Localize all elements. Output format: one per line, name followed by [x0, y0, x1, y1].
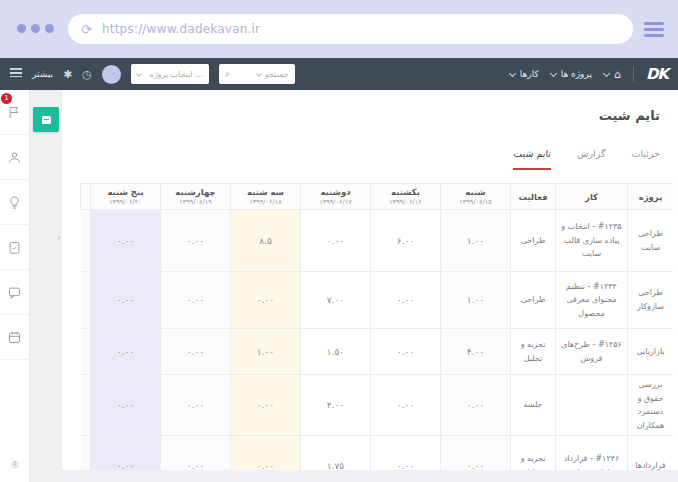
- sidebar-item-tasks[interactable]: [0, 225, 29, 270]
- cell-thu-row4[interactable]: ۰.۰۰: [91, 436, 161, 470]
- tab-2[interactable]: تایم شیت: [513, 148, 551, 170]
- spacer-cell: [81, 210, 91, 272]
- nav-home[interactable]: ⌂: [604, 69, 621, 80]
- col-header-date: ۱۳۹۹/۰۶/۱۵: [443, 198, 508, 206]
- cell-sat-row2[interactable]: ۴.۰۰: [441, 329, 511, 375]
- cell-tue-row1[interactable]: ۰.۰۰: [231, 272, 301, 329]
- project-cell: بازاریابی: [628, 329, 674, 375]
- nav-tasks[interactable]: کارها: [510, 69, 539, 79]
- activity-cell: جلسه: [511, 375, 556, 436]
- col-header-task: کار: [556, 184, 628, 210]
- cell-thu-row3[interactable]: ۰.۰۰: [91, 375, 161, 436]
- col-header-tue: سه شنبه۱۳۹۹/۰۶/۱۸: [231, 184, 301, 210]
- content-card: تایم شیت جزئیاتگزارشتایم شیت پروژهکارفعا…: [62, 90, 678, 470]
- browser-menu-icon[interactable]: [644, 22, 664, 40]
- sidebar-item-messages[interactable]: [0, 270, 29, 315]
- cell-mon-row1[interactable]: ۷.۰۰: [301, 272, 371, 329]
- collapse-arrow-icon[interactable]: ›: [57, 232, 61, 243]
- chevron-down-icon: [603, 69, 610, 76]
- task-cell: #۱۲۴۶ - قرارداد طراحی سازه: [556, 436, 628, 470]
- cell-sun-row3[interactable]: ۰.۰۰: [371, 375, 441, 436]
- calendar-icon: [7, 330, 22, 345]
- window-dot[interactable]: [31, 24, 40, 33]
- avatar[interactable]: [102, 65, 121, 84]
- address-bar[interactable]: ⟳ https://www.dadekavan.ir: [68, 14, 633, 44]
- chat-icon: [7, 285, 22, 300]
- url-text[interactable]: https://www.dadekavan.ir: [102, 22, 260, 36]
- chevron-down-icon: [136, 71, 142, 77]
- flag-icon: [7, 105, 22, 120]
- search-placeholder: جستجو: [265, 70, 289, 79]
- task-cell: #۱۲۳۵ - انتخاب و پیاده سازی قالب سایت: [556, 210, 628, 272]
- col-header-date: ۱۳۹۹/۰۶/۱۹: [163, 198, 228, 206]
- tab-0[interactable]: جزئیات: [632, 148, 660, 170]
- search-icon: ⌕: [225, 68, 231, 80]
- cell-sat-row4[interactable]: ۰.۰۰: [441, 436, 511, 470]
- cell-sat-row1[interactable]: ۱.۰۰: [441, 272, 511, 329]
- quick-add-button[interactable]: [33, 107, 59, 132]
- more-button[interactable]: بیشتر: [32, 69, 53, 79]
- cell-sun-row0[interactable]: ۶.۰۰: [371, 210, 441, 272]
- cell-wed-row0[interactable]: ۰.۰۰: [161, 210, 231, 272]
- browser-chrome: ⟳ https://www.dadekavan.ir: [0, 0, 678, 58]
- col-header-spacer: [81, 184, 91, 210]
- support-icon[interactable]: ®: [0, 460, 30, 470]
- cell-wed-row3[interactable]: ۰.۰۰: [161, 375, 231, 436]
- main-area: تایم شیت جزئیاتگزارشتایم شیت پروژهکارفعا…: [62, 90, 678, 482]
- reload-icon[interactable]: ⟳: [81, 23, 94, 36]
- cell-tue-row2[interactable]: ۱.۰۰: [231, 329, 301, 375]
- gear-icon[interactable]: ✱: [63, 68, 72, 81]
- search-input[interactable]: ⌕ جستجو: [219, 64, 295, 84]
- project-select[interactable]: انتخاب پروژه ...: [131, 64, 209, 84]
- cell-wed-row2[interactable]: ۰.۰۰: [161, 329, 231, 375]
- clock-icon[interactable]: ◷: [82, 68, 92, 81]
- col-header-project: پروژه: [628, 184, 674, 210]
- window-dot[interactable]: [45, 24, 54, 33]
- cell-thu-row2[interactable]: ۰.۰۰: [91, 329, 161, 375]
- cell-sun-row1[interactable]: ۰.۰۰: [371, 272, 441, 329]
- spacer-cell: [81, 272, 91, 329]
- notification-badge: 1: [1, 93, 12, 104]
- cell-tue-row0[interactable]: ۸.۵: [231, 210, 301, 272]
- cell-thu-row0[interactable]: ۰.۰۰: [91, 210, 161, 272]
- col-header-sun: یکشنبه۱۳۹۹/۰۶/۱۶: [371, 184, 441, 210]
- app-logo[interactable]: DK: [646, 65, 668, 83]
- cell-sat-row0[interactable]: ۱.۰۰: [441, 210, 511, 272]
- tab-1[interactable]: گزارش: [577, 148, 606, 170]
- cell-tue-row4[interactable]: ۰.۰۰: [231, 436, 301, 470]
- nav-projects[interactable]: پروژه ها: [551, 69, 592, 79]
- tabs: جزئیاتگزارشتایم شیت: [513, 148, 660, 170]
- project-cell: طراحی سازوکار: [628, 272, 674, 329]
- sidebar-item-users[interactable]: [0, 135, 29, 180]
- table-row: طراحی سازوکار#۱۲۳۴ - تنظیم محتوای معرفی …: [81, 272, 674, 329]
- nav-item-label: کارها: [520, 69, 539, 79]
- cell-thu-row1[interactable]: ۰.۰۰: [91, 272, 161, 329]
- timesheet-table-wrap: پروژهکارفعالیتشنبه۱۳۹۹/۰۶/۱۵یکشنبه۱۳۹۹/۰…: [80, 183, 673, 470]
- home-icon: ⌂: [614, 69, 621, 80]
- window-dots[interactable]: [17, 24, 54, 33]
- cell-mon-row4[interactable]: ۱.۷۵: [301, 436, 371, 470]
- col-header-sat: شنبه۱۳۹۹/۰۶/۱۵: [441, 184, 511, 210]
- chevron-down-icon: [256, 71, 262, 77]
- nav-menu-icon[interactable]: [10, 68, 22, 79]
- icon-sidebar: 1 ®: [0, 90, 30, 482]
- cell-sun-row2[interactable]: ۰.۰۰: [371, 329, 441, 375]
- sidebar-item-calendar[interactable]: [0, 315, 29, 360]
- col-header-wed: چهارشنبه۱۳۹۹/۰۶/۱۹: [161, 184, 231, 210]
- cell-mon-row2[interactable]: ۱.۵۰: [301, 329, 371, 375]
- activity-cell: تجزیه و تحلیل: [511, 329, 556, 375]
- lightbulb-icon: [7, 195, 22, 210]
- cell-mon-row3[interactable]: ۲.۰۰: [301, 375, 371, 436]
- user-icon: [7, 150, 22, 165]
- cell-tue-row3[interactable]: ۰.۰۰: [231, 375, 301, 436]
- cell-wed-row4[interactable]: ۰.۰۰: [161, 436, 231, 470]
- cell-mon-row0[interactable]: ۰.۰۰: [301, 210, 371, 272]
- cell-wed-row1[interactable]: ۰.۰۰: [161, 272, 231, 329]
- divider: [633, 66, 634, 82]
- cell-sat-row3[interactable]: ۰.۰۰: [441, 375, 511, 436]
- project-cell: طراحی سایت: [628, 210, 674, 272]
- cell-sun-row4[interactable]: ۰.۰۰: [371, 436, 441, 470]
- sidebar-item-ideas[interactable]: [0, 180, 29, 225]
- table-row: قراردادها#۱۲۴۶ - قرارداد طراحی سازهتجزیه…: [81, 436, 674, 470]
- window-dot[interactable]: [17, 24, 26, 33]
